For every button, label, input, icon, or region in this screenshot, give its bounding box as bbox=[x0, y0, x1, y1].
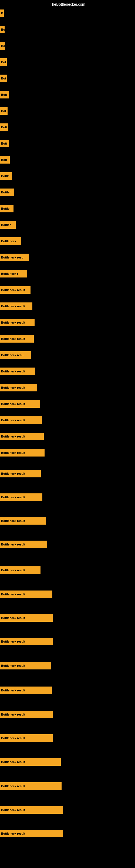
bar-label: Bottleneck result bbox=[1, 543, 25, 546]
bar-item: Bottleneck result bbox=[0, 368, 35, 375]
bar-item: Bottleneck r bbox=[0, 270, 27, 278]
bar-label: Bottleneck resu bbox=[1, 256, 24, 259]
bar-label: Bottleneck result bbox=[1, 760, 25, 764]
bar-label: Bott bbox=[1, 93, 7, 96]
bar-item: Bottleneck result bbox=[0, 433, 44, 440]
bar-label: Bottleneck result bbox=[1, 832, 25, 835]
bar-label: Bottleneck result bbox=[1, 472, 25, 475]
bar-item: Bottleneck result bbox=[0, 303, 32, 310]
bar-item: Bottleneck result bbox=[0, 662, 51, 670]
bar-item: Bottleneck resu bbox=[0, 351, 31, 359]
bar-label: Bottleneck result bbox=[1, 386, 25, 389]
bar-item: Bo bbox=[0, 42, 5, 50]
bar-label: Bott bbox=[1, 158, 7, 161]
bar-item: Bottleneck result bbox=[0, 286, 31, 294]
bar-item: Bottlen bbox=[0, 221, 16, 229]
bar-label: Bottleneck result bbox=[1, 337, 25, 340]
bar-label: Bottlen bbox=[1, 191, 11, 194]
bar-item: Bo bbox=[0, 26, 5, 33]
bar-item: Bottleneck result bbox=[0, 319, 35, 326]
bar-label: Bottleneck result bbox=[1, 808, 25, 812]
bar-item: Bottleneck result bbox=[0, 517, 46, 525]
bar-label: Bottleneck result bbox=[1, 519, 25, 522]
bar-item: Bottleneck result bbox=[0, 758, 61, 766]
bar-label: Bottleneck result bbox=[1, 496, 25, 499]
bar-label: Bottleneck result bbox=[1, 713, 25, 716]
bar-item: Bottleneck result bbox=[0, 335, 34, 343]
bar-label: Bottleneck resu bbox=[1, 353, 24, 357]
bar-item: Bottleneck bbox=[0, 237, 21, 245]
bar-item: Bott bbox=[0, 123, 8, 131]
bar-item: Bottleneck result bbox=[0, 830, 63, 837]
bar-label: Bottle bbox=[1, 207, 9, 210]
bar-item: Bott bbox=[0, 140, 9, 147]
bar-label: B bbox=[1, 12, 3, 15]
bar-label: Bottleneck result bbox=[1, 784, 25, 788]
bar-label: Bottleneck result bbox=[1, 451, 25, 454]
bar-item: Bottle bbox=[0, 172, 12, 180]
bar-label: Bottleneck result bbox=[1, 321, 25, 324]
bar-item: Bottleneck result bbox=[0, 416, 42, 424]
bar-item: Bottleneck resu bbox=[0, 254, 29, 261]
bar-label: Bottleneck result bbox=[1, 737, 25, 740]
bar-label: Bottleneck result bbox=[1, 664, 25, 667]
bar-item: Bottleneck result bbox=[0, 540, 47, 548]
bar-item: Bot bbox=[0, 107, 8, 115]
bar-item: Bottleneck result bbox=[0, 711, 53, 718]
bar-label: Bottleneck result bbox=[1, 370, 25, 373]
bar-item: Bot bbox=[0, 74, 7, 82]
bar-label: Bottleneck bbox=[1, 240, 16, 243]
bar-item: Bott bbox=[0, 91, 9, 98]
bar-item: Bottleneck result bbox=[0, 734, 53, 742]
bar-label: Bot bbox=[1, 77, 6, 80]
bar-item: B bbox=[0, 9, 4, 17]
bar-label: Bottleneck result bbox=[1, 435, 25, 438]
bar-label: Bott bbox=[1, 142, 7, 145]
bar-item: Bot bbox=[0, 58, 7, 66]
bar-label: Bottleneck result bbox=[1, 568, 25, 572]
bar-label: Bo bbox=[1, 28, 5, 31]
bar-label: Bottleneck result bbox=[1, 689, 25, 692]
bar-label: Bottleneck result bbox=[1, 593, 25, 596]
bar-item: Bottleneck result bbox=[0, 782, 61, 790]
bar-item: Bottleneck result bbox=[0, 590, 52, 598]
bar-label: Bo bbox=[1, 44, 5, 48]
bar-item: Bottleneck result bbox=[0, 686, 52, 694]
bar-label: Bottle bbox=[1, 175, 9, 178]
site-title: TheBottlenecker.com bbox=[50, 2, 85, 6]
bar-item: Bottleneck result bbox=[0, 470, 41, 477]
bar-item: Bott bbox=[0, 156, 10, 163]
bar-item: Bottleneck result bbox=[0, 614, 53, 622]
bar-label: Bottleneck result bbox=[1, 288, 25, 291]
bar-item: Bottleneck result bbox=[0, 449, 45, 457]
bar-item: Bottleneck result bbox=[0, 493, 42, 501]
bar-item: Bottleneck result bbox=[0, 384, 37, 392]
bar-item: Bottleneck result bbox=[0, 638, 53, 645]
bar-label: Bottleneck result bbox=[1, 418, 25, 422]
bar-label: Bottleneck result bbox=[1, 305, 25, 308]
bar-label: Bottleneck r bbox=[1, 272, 18, 275]
bar-item: Bottleneck result bbox=[0, 400, 40, 408]
bar-item: Bottleneck result bbox=[0, 806, 63, 814]
bar-item: Bottleneck result bbox=[0, 566, 41, 574]
bar-label: Bot bbox=[1, 109, 6, 113]
bar-label: Bott bbox=[1, 126, 7, 129]
bar-label: Bottleneck result bbox=[1, 402, 25, 405]
bar-label: Bottleneck result bbox=[1, 640, 25, 643]
bar-label: Bot bbox=[1, 61, 6, 64]
bar-label: Bottleneck result bbox=[1, 616, 25, 620]
bar-item: Bottlen bbox=[0, 188, 14, 196]
bar-label: Bottlen bbox=[1, 223, 11, 226]
bar-item: Bottle bbox=[0, 205, 13, 212]
